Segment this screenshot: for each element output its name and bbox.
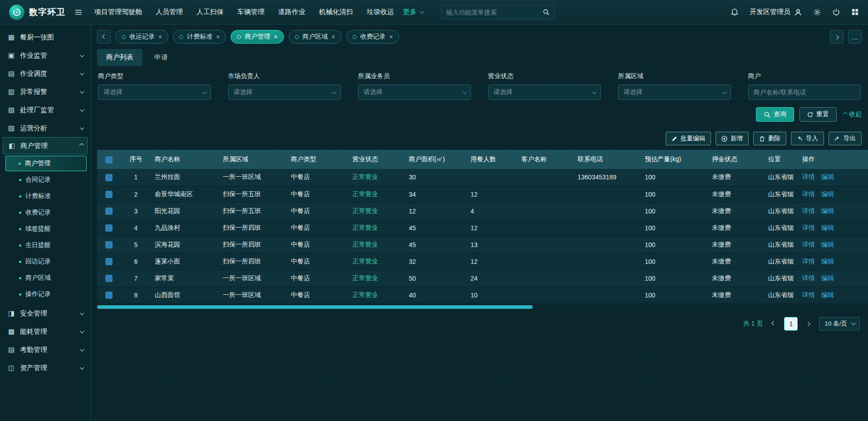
top-nav-item[interactable]: 人员管理 (156, 8, 183, 16)
settings-gear-icon[interactable] (813, 8, 821, 16)
scroll-tabs-right-button[interactable] (830, 30, 843, 44)
menu-search-box[interactable] (441, 5, 554, 20)
row-checkbox[interactable] (105, 275, 113, 282)
row-checkbox[interactable] (105, 241, 113, 248)
sidebar-item[interactable]: ◨安全管理 (0, 304, 90, 322)
sidebar-item[interactable]: ▨运营分析 (0, 119, 90, 137)
sidebar-item[interactable]: ▦餐厨一张图 (0, 28, 90, 46)
merchant-search-input[interactable] (754, 89, 856, 96)
close-icon[interactable]: × (389, 34, 393, 40)
sidebar-item[interactable]: ▧处理厂监管 (0, 101, 90, 119)
sidebar-subitem[interactable]: 商户区域 (0, 270, 90, 286)
detail-link[interactable]: 详情 (802, 274, 815, 282)
sidebar-item[interactable]: ▣作业监管 (0, 46, 90, 64)
row-checkbox[interactable] (105, 191, 113, 198)
edit-link[interactable]: 编辑 (821, 190, 834, 198)
close-icon[interactable]: × (274, 34, 277, 40)
detail-link[interactable]: 详情 (802, 224, 815, 231)
close-icon[interactable]: × (158, 34, 162, 40)
content-tab[interactable]: 申请 (145, 49, 177, 66)
edit-link[interactable]: 编辑 (821, 224, 834, 231)
close-icon[interactable]: × (216, 34, 220, 40)
cell-merchant-name: 山西面馆 (151, 287, 219, 303)
close-icon[interactable]: × (332, 34, 335, 40)
search-icon[interactable] (543, 9, 549, 15)
page-tab[interactable]: 收费记录× (346, 30, 399, 44)
filter-select[interactable]: 请选择 (98, 84, 211, 100)
notifications-bell-icon[interactable] (731, 8, 739, 16)
sidebar-item[interactable]: ▤作业调度 (0, 64, 90, 83)
collapse-filters-link[interactable]: 收起 (843, 110, 862, 119)
row-checkbox[interactable] (105, 224, 113, 232)
user-menu[interactable]: 开发区管理员 (750, 8, 802, 16)
cell-size: 12 (405, 203, 467, 219)
detail-link[interactable]: 详情 (802, 258, 815, 265)
reset-button[interactable]: 重置 (799, 107, 837, 122)
top-nav-item[interactable]: 垃圾收运 (367, 8, 394, 16)
detail-link[interactable]: 详情 (802, 241, 815, 248)
sidebar-subitem[interactable]: 计费标准 (0, 188, 90, 204)
page-tab[interactable]: 商户管理× (230, 30, 284, 44)
apps-grid-icon[interactable] (851, 8, 859, 16)
detail-link[interactable]: 详情 (802, 190, 815, 198)
page-size-select[interactable]: 10 条/页 (819, 317, 860, 331)
scroll-tabs-left-button[interactable] (97, 30, 111, 44)
sidebar-item[interactable]: ▤考勤管理 (0, 341, 90, 359)
filter-select[interactable]: 请选择 (228, 84, 341, 100)
sidebar-item[interactable]: ▥异常报警 (0, 83, 90, 101)
table-action-button[interactable]: 删除 (753, 132, 786, 145)
content-tab[interactable]: 商户列表 (97, 49, 142, 66)
prev-page-button[interactable] (770, 320, 777, 327)
sidebar-subitem[interactable]: 操作记录 (0, 286, 90, 302)
current-page-button[interactable]: 1 (784, 317, 798, 331)
top-nav-item[interactable]: 道路作业 (278, 8, 305, 16)
table-action-button[interactable]: 导入 (791, 132, 824, 145)
sidebar-subitem[interactable]: 生日提醒 (0, 237, 90, 253)
search-button[interactable]: 查询 (756, 107, 794, 122)
table-action-button[interactable]: 导出 (829, 132, 862, 145)
top-nav-item[interactable]: 车辆管理 (237, 8, 265, 16)
page-tab[interactable]: 商户区域× (289, 30, 342, 44)
row-checkbox[interactable] (105, 292, 113, 299)
detail-link[interactable]: 详情 (802, 173, 815, 180)
hamburger-menu-icon[interactable] (74, 8, 83, 16)
page-tab[interactable]: 收运记录× (115, 30, 168, 44)
edit-link[interactable]: 编辑 (821, 207, 834, 214)
sidebar-subitem[interactable]: 收费记录 (0, 204, 90, 221)
sidebar-subitem[interactable]: 商户管理 (5, 156, 87, 171)
tabs-more-button[interactable]: … (848, 30, 862, 44)
sidebar-item[interactable]: ▩能耗管理 (0, 322, 90, 341)
filter-select[interactable]: 请选择 (618, 84, 731, 100)
logout-power-icon[interactable] (832, 8, 840, 16)
row-checkbox[interactable] (105, 208, 113, 215)
cell-size: 32 (405, 253, 467, 270)
next-page-button[interactable] (805, 320, 812, 327)
top-nav-item[interactable]: 机械化清扫 (319, 8, 353, 16)
top-nav-item[interactable]: 项目管理驾驶舱 (94, 8, 142, 16)
horizontal-scrollbar[interactable] (97, 305, 862, 309)
sidebar-subitem[interactable]: 合同记录 (0, 172, 90, 188)
select-all-checkbox[interactable] (105, 156, 113, 163)
menu-search-input[interactable] (446, 9, 539, 16)
filter-select[interactable]: 请选择 (358, 84, 471, 100)
filter-select[interactable]: 请选择 (488, 84, 601, 100)
edit-link[interactable]: 编辑 (821, 258, 834, 265)
nav-more-button[interactable]: 更多 (403, 8, 423, 16)
edit-link[interactable]: 编辑 (821, 241, 834, 248)
sidebar-item[interactable]: ◫资产管理 (0, 359, 90, 377)
table-action-button[interactable]: 新增 (716, 132, 749, 145)
edit-link[interactable]: 编辑 (821, 173, 834, 180)
detail-link[interactable]: 详情 (802, 291, 815, 298)
scrollbar-thumb[interactable] (97, 305, 533, 309)
edit-link[interactable]: 编辑 (821, 291, 834, 298)
top-nav-item[interactable]: 人工扫保 (196, 8, 224, 16)
page-tab[interactable]: 计费标准× (173, 30, 226, 44)
table-action-button[interactable]: 批量编辑 (666, 132, 711, 145)
edit-link[interactable]: 编辑 (821, 274, 834, 282)
row-checkbox[interactable] (105, 258, 113, 265)
row-checkbox[interactable] (105, 174, 113, 181)
sidebar-subitem[interactable]: 回访记录 (0, 253, 90, 270)
detail-link[interactable]: 详情 (802, 207, 815, 214)
sidebar-subitem[interactable]: 续签提醒 (0, 221, 90, 237)
sidebar-item[interactable]: ◧商户管理 (3, 137, 88, 154)
